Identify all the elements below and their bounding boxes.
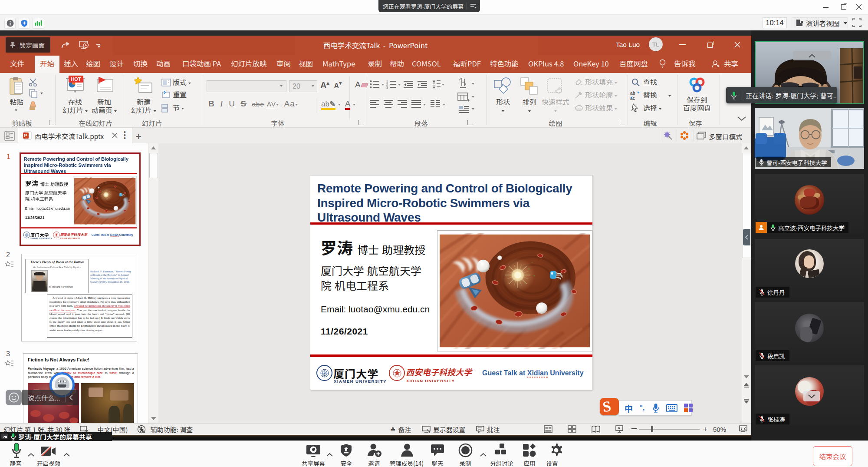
svg-text:ac: ac: [630, 96, 635, 101]
svg-text:3: 3: [386, 86, 388, 89]
svg-text:1: 1: [386, 80, 388, 83]
svg-text:P: P: [24, 133, 27, 138]
svg-text:2: 2: [386, 83, 388, 86]
svg-text:ab: ab: [630, 91, 635, 96]
